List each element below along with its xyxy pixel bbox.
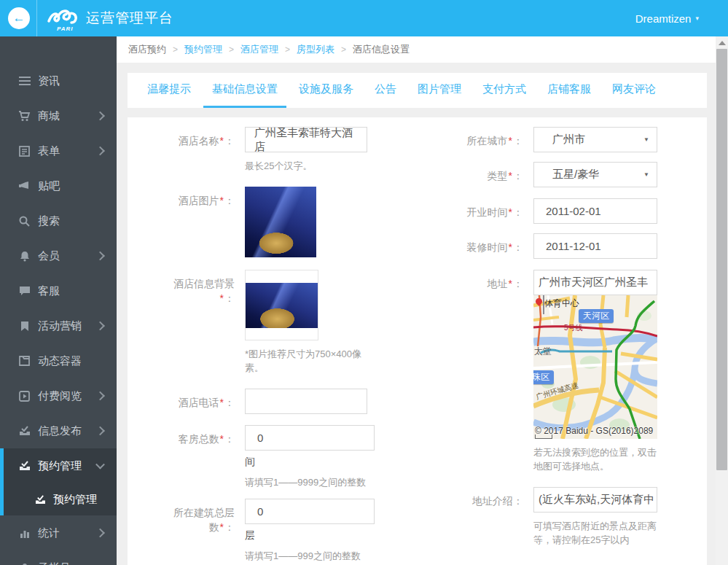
tab-image-management[interactable]: 图片管理 — [409, 73, 470, 108]
user-menu[interactable]: Dreamtizen ▾ — [635, 0, 699, 36]
breadcrumb-item-current: 酒店信息设置 — [353, 43, 410, 56]
map-poi-label: 体育中心 — [544, 297, 579, 310]
breadcrumb-item[interactable]: 预约管理 — [184, 43, 222, 56]
hotel-image-row: 酒店图片*： — [138, 187, 316, 257]
address-intro-input[interactable]: (近火车东站,天河体育中 — [533, 487, 657, 513]
sidebar-item-members[interactable]: 会员 — [0, 238, 117, 273]
header-divider — [36, 0, 37, 36]
tab-payment[interactable]: 支付方式 — [474, 73, 535, 108]
address-input[interactable]: 广州市天河区广州圣丰 — [533, 270, 657, 295]
sidebar-item-container[interactable]: 动态容器 — [0, 343, 117, 378]
sidebar-item-stats[interactable]: 统计 — [0, 515, 117, 550]
chevron-down-icon — [95, 460, 105, 469]
scroll-up-arrow-icon[interactable] — [719, 41, 726, 45]
tab-reviews[interactable]: 网友评论 — [603, 73, 665, 108]
address-row: 地址*： 广州市天河区广州圣丰 — [440, 270, 662, 473]
sidebar-item-news[interactable]: 资讯 — [0, 63, 117, 98]
hotel-background-hint: *图片推荐尺寸为750×400像素。 — [245, 347, 380, 375]
chevron-right-icon — [95, 112, 105, 121]
room-total-input[interactable]: 0 — [245, 425, 375, 451]
floor-total-input[interactable]: 0 — [245, 499, 375, 524]
map-district-badge: 天河区 — [579, 309, 614, 323]
sidebar-subitem-booking[interactable]: 预约管理 — [4, 483, 117, 515]
sidebar-item-marketing[interactable]: 活动营销 — [0, 308, 117, 343]
breadcrumb-item[interactable]: 房型列表 — [297, 43, 334, 56]
tab-shop-service[interactable]: 店铺客服 — [539, 73, 600, 108]
tab-bar: 温馨提示 基础信息设置 设施及服务 公告 图片管理 支付方式 店铺客服 网友评论 — [128, 73, 707, 108]
tab-warm-tips[interactable]: 温馨提示 — [138, 73, 200, 108]
floor-total-unit: 层 — [245, 529, 380, 542]
platform-title: 运营管理平台 — [86, 9, 173, 28]
list-icon — [18, 75, 31, 87]
app-logo: PARI 运营管理平台 — [47, 5, 173, 31]
breadcrumb-item: 酒店预约 — [128, 43, 166, 56]
open-date-input[interactable]: 2011-02-01 — [533, 198, 657, 224]
chevron-right-icon — [95, 252, 105, 261]
hotel-phone-row: 酒店电话*： — [138, 389, 367, 414]
map-place-label: 太堂 — [534, 346, 552, 358]
map-district-badge: 珠区 — [533, 370, 554, 384]
sidebar-item-forms[interactable]: 表单 — [0, 133, 117, 168]
breadcrumb: 酒店预约 > 预约管理 > 酒店管理 > 房型列表 > 酒店信息设置 — [117, 36, 716, 63]
city-select[interactable]: 广州市 ▼ — [533, 127, 657, 152]
map-metro-line-label: 5号线 — [564, 323, 583, 333]
breadcrumb-separator: > — [229, 44, 234, 55]
hotel-type-select[interactable]: 五星/豪华 ▼ — [533, 162, 657, 187]
renovation-date-label: 装修时间*： — [440, 233, 523, 259]
booking-check-icon — [18, 460, 31, 472]
tab-basic-info[interactable]: 基础信息设置 — [203, 73, 286, 108]
floor-total-label: 所在建筑总层数*： — [138, 499, 235, 563]
hotel-name-label: 酒店名称*： — [138, 127, 235, 173]
booking-check-icon — [35, 494, 47, 505]
hotel-name-input[interactable]: 广州圣丰索菲特大酒店 — [245, 127, 367, 152]
hotel-type-label: 类型*： — [440, 162, 523, 187]
city-row: 所在城市*： 广州市 ▼ — [440, 127, 657, 152]
baidu-map[interactable]: 体育中心 天河区 5号线 太堂 珠区 广州环城高速 © 2017 Baidu -… — [533, 295, 657, 439]
breadcrumb-item[interactable]: 酒店管理 — [240, 43, 278, 56]
basic-info-form: 酒店名称*： 广州圣丰索菲特大酒店 最长25个汉字。 酒店图片*： 酒店信息背景… — [128, 117, 707, 565]
open-date-label: 开业时间*： — [440, 198, 523, 224]
user-name: Dreamtizen — [635, 12, 692, 25]
sidebar-item-mall[interactable]: 商城 — [0, 98, 117, 133]
breadcrumb-separator: > — [341, 44, 346, 55]
chevron-right-icon — [95, 529, 105, 538]
floor-total-hint: 请填写1——999之间的整数 — [245, 549, 380, 563]
sidebar-item-booking[interactable]: 预约管理 — [4, 448, 117, 483]
hotel-background-label: 酒店信息背景*： — [138, 270, 235, 375]
chevron-down-icon: ▾ — [695, 15, 699, 22]
sidebar-item-tieba[interactable]: 贴吧 — [0, 168, 117, 203]
megaphone-icon — [18, 180, 31, 192]
vertical-scrollbar[interactable] — [716, 36, 728, 565]
sidebar-item-search[interactable]: 搜索 — [0, 203, 117, 238]
sidebar-item-publish[interactable]: 信息发布 — [0, 413, 117, 448]
map-copyright: © 2017 Baidu - GS(2016)2089 — [535, 426, 653, 436]
hotel-phone-label: 酒店电话*： — [138, 389, 235, 414]
open-date-row: 开业时间*： 2011-02-01 — [440, 198, 657, 224]
publish-check-icon — [18, 425, 31, 437]
tab-facilities[interactable]: 设施及服务 — [290, 73, 362, 108]
back-button[interactable]: ← — [8, 7, 30, 29]
floor-total-row: 所在建筑总层数*： 0 层 请填写1——999之间的整数 — [138, 499, 380, 563]
bookmark-icon — [18, 320, 31, 332]
back-arrow-icon: ← — [13, 11, 26, 26]
hotel-photo-thumbnail[interactable] — [245, 187, 316, 257]
map-scale-bar — [535, 435, 552, 439]
hotel-phone-input[interactable] — [245, 389, 367, 414]
renovation-date-input[interactable]: 2011-12-01 — [533, 233, 657, 259]
chat-icon — [18, 285, 31, 297]
scrollbar-thumb[interactable] — [716, 49, 727, 470]
bell-icon — [18, 250, 31, 262]
sidebar-item-subaccount[interactable]: 子帐号 — [0, 550, 117, 565]
city-label: 所在城市*： — [440, 127, 523, 152]
hotel-background-thumbnail[interactable] — [245, 270, 318, 340]
chevron-right-icon — [95, 322, 105, 331]
breadcrumb-separator: > — [173, 44, 178, 55]
room-total-row: 客房总数*： 0 间 请填写1——9999之间的整数 — [138, 425, 380, 489]
sidebar-item-paid-reading[interactable]: 付费阅览 — [0, 378, 117, 413]
tab-notice[interactable]: 公告 — [366, 73, 405, 108]
sidebar-item-service[interactable]: 客服 — [0, 273, 117, 308]
select-caret-icon: ▼ — [643, 171, 649, 178]
chevron-right-icon — [95, 147, 105, 156]
chevron-right-icon — [95, 426, 105, 436]
address-label: 地址*： — [440, 270, 523, 473]
